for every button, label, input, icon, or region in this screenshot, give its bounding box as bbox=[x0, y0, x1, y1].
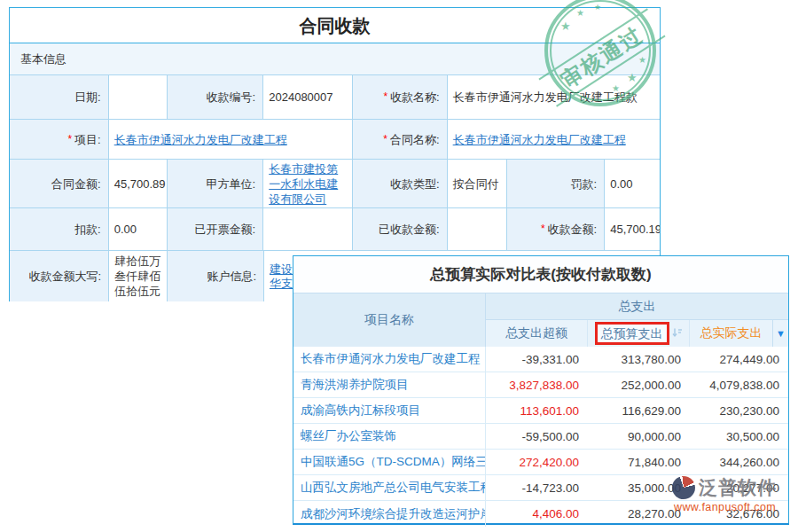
column-header-actual-expenditure[interactable]: 总实际支出 bbox=[690, 320, 772, 347]
over-amount-cell: -39,331.00 bbox=[486, 353, 588, 366]
column-group-total-expenditure: 总支出 bbox=[486, 293, 788, 320]
fanpu-logo-icon bbox=[672, 476, 695, 499]
contract-name-link[interactable]: 长春市伊通河水力发电厂改建工程 bbox=[453, 132, 626, 147]
budget-amount-cell: 252,000.00 bbox=[588, 379, 690, 392]
column-header-budget-expenditure: 总预算支出 bbox=[588, 320, 690, 347]
table-row: 螺丝厂办公室装饰 -59,500.00 90,000.00 30,500.00 bbox=[293, 424, 788, 450]
column-filter-dropdown[interactable]: ▼ bbox=[772, 320, 788, 347]
project-name-link[interactable]: 螺丝厂办公室装饰 bbox=[293, 424, 486, 449]
deduction-field: 0.00 bbox=[109, 208, 168, 251]
party-a-label: 甲方单位: bbox=[168, 160, 264, 208]
form-row-project: *项目: 长春市伊通河水力发电厂改建工程 *合同名称: 长春市伊通河水力发电厂改… bbox=[10, 120, 660, 160]
required-star: * bbox=[383, 132, 387, 147]
receipt-name-field: 长春市伊通河水力发电厂改建工程款 bbox=[448, 75, 660, 120]
date-label: 日期: bbox=[10, 75, 109, 120]
comparison-table-header: 项目名称 总支出 总支出超额 总预算支出 总实际支出 ▼ bbox=[293, 293, 788, 347]
receipt-amount-field: 45,700.19 bbox=[605, 208, 660, 251]
column-header-over-amount[interactable]: 总支出超额 bbox=[486, 320, 588, 347]
actual-amount-cell: 344,260.00 bbox=[690, 456, 788, 469]
project-label: *项目: bbox=[10, 120, 109, 160]
required-star: * bbox=[67, 132, 72, 147]
budget-expenditure-highlight[interactable]: 总预算支出 bbox=[595, 322, 669, 345]
budget-amount-cell: 71,840.00 bbox=[588, 456, 690, 469]
watermark-brand: 泛普软件 bbox=[699, 475, 777, 500]
contract-amount-field: 45,700.89 bbox=[109, 160, 168, 208]
chevron-down-icon: ▼ bbox=[776, 328, 786, 339]
account-info-label: 账户信息: bbox=[168, 251, 264, 301]
project-name-link[interactable]: 青海洪湖养护院项目 bbox=[293, 372, 486, 397]
project-name-link[interactable]: 成都沙河环境综合提升改造运河护岸 bbox=[293, 501, 486, 527]
budget-amount-cell: 313,780.00 bbox=[588, 353, 690, 366]
received-amount-label: 已收款金额: bbox=[353, 208, 448, 251]
over-amount-cell: 3,827,838.00 bbox=[486, 379, 588, 392]
project-name-link[interactable]: 中国联通5G（TD-SCDMA）网络三期 bbox=[293, 450, 486, 474]
over-amount-cell: 113,601.00 bbox=[486, 404, 588, 418]
required-star: * bbox=[541, 222, 545, 237]
date-field[interactable] bbox=[109, 75, 168, 120]
invoiced-amount-field bbox=[263, 208, 353, 251]
receipt-no-field: 2024080007 bbox=[263, 75, 353, 120]
table-row: 青海洪湖养护院项目 3,827,838.00 252,000.00 4,079,… bbox=[293, 372, 788, 398]
form-row-deduction: 扣款: 0.00 已开票金额: 已收款金额: *收款金额: 45,700.19 bbox=[10, 208, 660, 251]
amount-in-words-label: 收款金额大写: bbox=[10, 251, 109, 301]
table-row: 中国联通5G（TD-SCDMA）网络三期 272,420.00 71,840.0… bbox=[293, 450, 788, 475]
form-row-contract-amount: 合同金额: 45,700.89 甲方单位: 长春市建投第一水利水电建设有限公司 … bbox=[10, 160, 660, 208]
contract-name-label: *合同名称: bbox=[353, 120, 448, 160]
project-field: 长春市伊通河水力发电厂改建工程 bbox=[109, 120, 353, 160]
table-row: 长春市伊通河水力发电厂改建工程 -39,331.00 313,780.00 27… bbox=[293, 347, 788, 372]
sort-icon[interactable] bbox=[672, 326, 683, 340]
contract-amount-label: 合同金额: bbox=[10, 160, 109, 208]
actual-amount-cell: 274,449.00 bbox=[690, 353, 788, 366]
receipt-type-field: 按合同付 bbox=[448, 160, 508, 208]
deduction-label: 扣款: bbox=[10, 208, 109, 251]
vendor-watermark: 泛普软件 www.fanpusoft.com bbox=[672, 475, 777, 513]
over-amount-cell: 272,420.00 bbox=[486, 456, 588, 469]
penalty-field: 0.00 bbox=[605, 160, 660, 208]
project-name-link[interactable]: 长春市伊通河水力发电厂改建工程 bbox=[293, 347, 486, 372]
party-a-link[interactable]: 长春市建投第一水利水电建设有限公司 bbox=[269, 161, 347, 207]
project-name-link[interactable]: 成渝高铁内江标段项目 bbox=[293, 398, 486, 423]
form-row-date: 日期: 收款编号: 2024080007 *收款名称: 长春市伊通河水力发电厂改… bbox=[10, 75, 660, 120]
receipt-no-label: 收款编号: bbox=[168, 75, 264, 120]
receipt-name-label: *收款名称: bbox=[353, 75, 448, 120]
required-star: * bbox=[383, 90, 387, 105]
project-name-link[interactable]: 山西弘文房地产总公司电气安装工程 bbox=[293, 475, 486, 500]
over-amount-cell: -14,723.00 bbox=[486, 481, 588, 495]
over-amount-cell: -59,500.00 bbox=[486, 430, 588, 443]
actual-amount-cell: 4,079,838.00 bbox=[690, 379, 788, 392]
over-amount-cell: 4,406.00 bbox=[486, 507, 588, 520]
page-title: 合同收款 bbox=[10, 8, 660, 43]
watermark-url: www.fanpusoft.com bbox=[674, 501, 777, 513]
penalty-label: 罚款: bbox=[507, 160, 605, 208]
contract-name-field: 长春市伊通河水力发电厂改建工程 bbox=[448, 120, 660, 160]
table-row: 成渝高铁内江标段项目 113,601.00 116,629.00 230,230… bbox=[293, 398, 788, 424]
project-link[interactable]: 长春市伊通河水力发电厂改建工程 bbox=[114, 132, 287, 147]
received-amount-field bbox=[448, 208, 508, 251]
receipt-type-label: 收款类型: bbox=[353, 160, 448, 208]
comparison-table-title: 总预算实际对比表(按收付款取数) bbox=[293, 256, 788, 293]
receipt-amount-label: *收款金额: bbox=[507, 208, 605, 251]
invoiced-amount-label: 已开票金额: bbox=[168, 208, 264, 251]
party-a-field: 长春市建投第一水利水电建设有限公司 bbox=[263, 160, 353, 208]
column-header-project-name: 项目名称 bbox=[293, 293, 486, 347]
section-header-basic-info: 基本信息 bbox=[10, 43, 660, 75]
budget-amount-cell: 90,000.00 bbox=[588, 430, 690, 443]
budget-amount-cell: 116,629.00 bbox=[588, 404, 690, 418]
actual-amount-cell: 30,500.00 bbox=[690, 430, 788, 443]
actual-amount-cell: 230,230.00 bbox=[690, 404, 788, 418]
amount-in-words-field: 肆拾伍万叁仟肆佰伍拾伍元 bbox=[109, 251, 168, 301]
